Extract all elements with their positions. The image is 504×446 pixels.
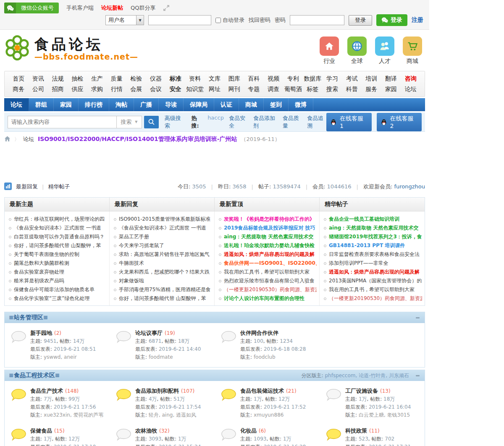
topic-list-item[interactable]: （一楼更新20190530）药食同源、新资源 bbox=[219, 285, 317, 294]
home-icon[interactable] bbox=[4, 136, 10, 143]
topic-list-item[interactable]: 糙米算是初级农产品吗 bbox=[9, 276, 107, 285]
meganav-item[interactable]: 家园 bbox=[381, 84, 401, 94]
username-type-select[interactable]: 用户名 ▼ bbox=[105, 15, 144, 25]
meganav-item[interactable]: 葡萄酒 bbox=[283, 84, 303, 94]
forum-link[interactable]: 科技政策 bbox=[345, 428, 367, 434]
meganav-item[interactable]: 图库 bbox=[224, 73, 244, 84]
main-nav-item[interactable]: 签到 bbox=[264, 98, 289, 111]
meganav-item[interactable]: 生产 bbox=[87, 73, 107, 84]
meganav-item[interactable]: 视频 bbox=[264, 73, 284, 84]
meganav-item[interactable]: 学习 bbox=[323, 73, 342, 84]
topic-list-item[interactable]: 你好，请问茶多酚能代替 山梨酸钾，苯 bbox=[9, 241, 107, 250]
meganav-item[interactable]: 翻译 bbox=[381, 73, 401, 84]
topic-list-item[interactable]: 对象做饭啦 bbox=[114, 276, 212, 285]
hot-search-link[interactable]: haccp bbox=[207, 115, 224, 130]
login-button[interactable]: 登录 bbox=[349, 15, 372, 26]
hot-search-link[interactable]: 食品安全 bbox=[229, 115, 248, 130]
meganav-item[interactable]: 资讯 bbox=[29, 73, 48, 84]
meganav-item[interactable]: 数据库 bbox=[303, 73, 323, 84]
quick-link-industry[interactable]: 行业 bbox=[318, 37, 340, 65]
meganav-item[interactable]: 行情 bbox=[107, 84, 126, 94]
forum-link[interactable]: 伙伴网合作伙伴 bbox=[240, 330, 278, 336]
forum-link[interactable]: 工厂设施设备 bbox=[345, 388, 378, 394]
topic-list-item[interactable]: 今天来学习抓老鼠了 bbox=[114, 241, 212, 250]
meganav-item[interactable]: 考试 bbox=[342, 73, 362, 84]
topic-list-item[interactable]: 关于葡萄干表面微生物的控制 bbox=[9, 250, 107, 259]
meganav-item[interactable]: 求购 bbox=[87, 84, 107, 94]
meganav-item[interactable]: 论坛 bbox=[401, 84, 420, 94]
newest-member-link[interactable]: furongzhou bbox=[394, 183, 425, 190]
forum-link[interactable]: 论坛议事厅 bbox=[135, 330, 163, 336]
main-nav-item[interactable]: 淘帖 bbox=[109, 98, 134, 111]
meganav-item[interactable]: 百科 bbox=[244, 73, 264, 84]
breadcrumb-topic-title[interactable]: ISO9001/ISO22000/HACCP/ISO14001管理体系内审员培训… bbox=[38, 136, 237, 143]
quick-link-talent[interactable]: 人才 bbox=[374, 37, 396, 65]
password-input[interactable] bbox=[290, 15, 344, 25]
quick-link-mall[interactable]: 商城 bbox=[402, 37, 423, 65]
meganav-item[interactable]: 会议 bbox=[146, 84, 166, 94]
qq-group-share-link[interactable]: QQ群分享 bbox=[131, 4, 155, 12]
topic-list-item[interactable]: 菌落总数和大肠菌群检测 bbox=[9, 259, 107, 268]
meganav-item[interactable]: 培训 bbox=[362, 73, 381, 84]
topic-list-item[interactable]: 逍遥如风：烘焙产品容易出现的问题及解 bbox=[324, 268, 422, 276]
mobile-client-link[interactable]: 手机客户端 bbox=[66, 4, 94, 12]
site-logo[interactable]: 食品论坛 —bbs.foodmate.net— bbox=[4, 35, 138, 62]
meganav-item[interactable]: 搜索 bbox=[323, 84, 342, 94]
meganav-item[interactable]: 仪器 bbox=[146, 73, 166, 84]
meganav-item[interactable]: 供应 bbox=[68, 84, 87, 94]
forum-link[interactable]: 保健食品 bbox=[30, 428, 52, 434]
advanced-search-link[interactable]: 高级搜索 bbox=[165, 115, 185, 130]
meganav-item[interactable]: 会展 bbox=[126, 84, 146, 94]
topic-list-item[interactable]: 2019食品标签合规及投诉举报应对 技巧 bbox=[219, 224, 317, 232]
hot-search-link[interactable]: 食品添加剂 bbox=[253, 115, 278, 130]
topic-list-item[interactable]: 猪猪面馆2019年找茬系列之3：投诉，食 bbox=[324, 232, 422, 241]
topic-list-item[interactable]: 讨论个人设计的车间布置图的合理性 bbox=[219, 294, 317, 303]
meganav-item[interactable]: 标准 bbox=[165, 73, 185, 84]
breadcrumb-forum-link[interactable]: 论坛 bbox=[23, 136, 34, 143]
topic-list-item[interactable]: 手部消毒使用75%酒精，医用酒精还是食 bbox=[114, 285, 212, 294]
hot-search-link[interactable]: 食品追溯 bbox=[307, 115, 326, 130]
topic-list-item[interactable]: 食品企业一线员工基础知识培训 bbox=[324, 215, 422, 224]
forum-link[interactable]: 食品生产技术 bbox=[30, 388, 63, 394]
topic-list-item[interactable]: 食品实验室废弃物处理 bbox=[9, 268, 107, 276]
topic-list-item[interactable]: 求助：高原地区薯片销售往平原地区氮气 bbox=[114, 250, 212, 259]
meganav-item[interactable]: 招商 bbox=[48, 84, 68, 94]
wechat-login-button[interactable]: 登录 bbox=[376, 14, 407, 26]
main-nav-item[interactable]: 保障局 bbox=[184, 98, 214, 111]
topic-list-item[interactable]: 食品伙伴网——ISO9001、ISO22000、 bbox=[219, 259, 317, 268]
topic-list-item[interactable]: 食品化学实验室“三废”绿色化处理 bbox=[9, 294, 107, 303]
main-nav-item[interactable]: 认证 bbox=[214, 98, 239, 111]
search-scope-select[interactable]: 搜索 ▼ bbox=[116, 116, 142, 128]
forum-link[interactable]: 食品添加剂和配料 bbox=[135, 388, 179, 394]
topic-list-item[interactable]: 火龙果和西瓜，想减肥吃哪个？结果大跌 bbox=[114, 268, 212, 276]
topic-list-item[interactable]: 逍遥如风：烘焙产品容易出现的问题及解 bbox=[219, 250, 317, 259]
topic-list-item[interactable]: 牛腩面技术 bbox=[114, 259, 212, 268]
topic-list-item[interactable]: 华红兵：移动互联网时代，场景理论的四 bbox=[9, 215, 107, 224]
auto-login-checkbox[interactable] bbox=[215, 18, 221, 23]
topic-list-item[interactable]: 菜品工艺手册 bbox=[114, 232, 212, 241]
main-nav-item[interactable]: 商城 bbox=[239, 98, 264, 111]
meganav-item[interactable]: 科普 bbox=[342, 84, 362, 94]
tab-digest-posts[interactable]: 精华帖子 bbox=[48, 183, 70, 190]
collapse-section-icon[interactable] bbox=[415, 315, 420, 321]
online-service-2-button[interactable]: 在线客服 2 bbox=[377, 113, 422, 131]
topic-list-item[interactable]: 《食品安全知识读本》正式面世 一书道 bbox=[9, 224, 107, 232]
topic-list-item[interactable]: 白芸豆提取物可以作为普通食品原料吗？ bbox=[9, 232, 107, 241]
meganav-item[interactable]: 法规 bbox=[48, 73, 68, 84]
topic-list-item[interactable]: aing：天然提取物 天然色素应用技术交 bbox=[219, 232, 317, 241]
topic-list-item[interactable]: 热烈欢迎乐陵市恒泰食品有限公司入驻食 bbox=[219, 276, 317, 285]
quick-link-global[interactable]: 全球 bbox=[346, 37, 368, 65]
main-nav-item[interactable]: 家园 bbox=[54, 98, 79, 111]
meganav-item[interactable]: 标签 bbox=[303, 84, 323, 94]
meganav-item[interactable]: 调查 bbox=[264, 84, 284, 94]
meganav-item[interactable]: 咨询 bbox=[401, 73, 420, 84]
meganav-item[interactable]: 文库 bbox=[205, 73, 225, 84]
forum-link[interactable]: 新手园地 bbox=[30, 330, 52, 336]
main-nav-item[interactable]: 群组 bbox=[29, 98, 54, 111]
meganav-item[interactable]: 安全 bbox=[165, 84, 185, 94]
search-input[interactable] bbox=[8, 116, 116, 128]
new-posts-link[interactable]: 论坛新帖 bbox=[101, 4, 123, 12]
topic-list-item[interactable]: 我在用的工具书，希望可以帮助到大家 bbox=[219, 268, 317, 276]
wechat-official-button[interactable]: 微信公众账号 bbox=[4, 3, 59, 13]
meganav-item[interactable]: 公司 bbox=[29, 84, 48, 94]
